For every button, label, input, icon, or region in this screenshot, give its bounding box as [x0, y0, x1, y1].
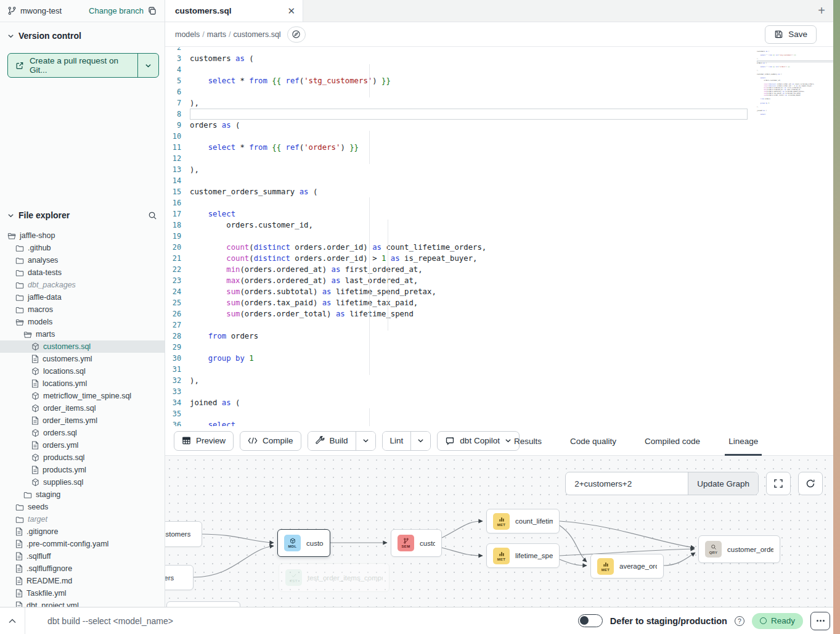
search-icon[interactable]	[148, 211, 157, 220]
lint-button[interactable]: Lint	[383, 432, 411, 450]
tree-item--github[interactable]: .github	[0, 242, 165, 254]
tree-item-metricflow-time-spine-sql[interactable]: metricflow_time_spine.sql	[0, 390, 165, 402]
build-button[interactable]: Build	[308, 432, 356, 450]
code-line-10[interactable]: 10	[165, 131, 833, 142]
tree-item--sqlfluffignore[interactable]: .sqlfluffignore	[0, 562, 165, 575]
save-button[interactable]: Save	[765, 25, 817, 44]
lint-dropdown[interactable]	[410, 432, 430, 450]
tree-item-jaffle-shop[interactable]: jaffle-shop	[0, 229, 165, 242]
lineage-node-customer_order_metrics[interactable]: QRYcustomer_order_metrics	[698, 535, 780, 563]
lineage-node-test-order-items[interactable]: TSTtest_order_items_compute_to_bools...	[279, 563, 389, 592]
tree-item--pre-commit-config-yaml[interactable]: .pre-commit-config.yaml	[0, 538, 165, 550]
tree-item-locations-yml[interactable]: locations.yml	[0, 377, 165, 390]
file-explorer-header[interactable]: File explorer	[0, 206, 165, 224]
tree-item-products-sql[interactable]: products.sql	[0, 451, 165, 464]
copy-branch-icon[interactable]	[147, 6, 157, 16]
tree-item-order-items-yml[interactable]: order_items.yml	[0, 414, 165, 427]
code-line-7[interactable]: 7),	[165, 97, 833, 109]
code-line-22[interactable]: 22 min(orders.ordered_at) as first_order…	[165, 264, 833, 275]
refresh-button[interactable]	[798, 472, 823, 495]
navigate-icon[interactable]	[287, 27, 306, 43]
close-icon[interactable]: ✕	[287, 6, 295, 15]
tree-item-customers-yml[interactable]: customers.yml	[0, 353, 165, 365]
code-line-34[interactable]: 34joined as (	[165, 397, 833, 408]
panel-tab-code-quality[interactable]: Code quality	[566, 426, 620, 456]
code-line-21[interactable]: 21 count(distinct orders.order_id) > 1 a…	[165, 253, 833, 264]
help-icon[interactable]: ?	[735, 616, 744, 626]
tree-item-locations-sql[interactable]: locations.sql	[0, 365, 165, 377]
code-line-14[interactable]: 14	[165, 175, 833, 186]
change-branch-link[interactable]: Change branch	[89, 6, 144, 15]
code-line-31[interactable]: 31	[165, 364, 833, 375]
code-line-5[interactable]: 5 select * from {{ ref('stg_customers') …	[165, 75, 833, 86]
tree-item-taskfile-yml[interactable]: Taskfile.yml	[0, 587, 165, 599]
code-editor[interactable]: 23customers as (45 select * from {{ ref(…	[165, 47, 833, 426]
tab-customers-sql[interactable]: customers.sql ✕	[165, 0, 303, 22]
code-line-33[interactable]: 33	[165, 386, 833, 397]
code-line-26[interactable]: 26 sum(orders.order_total) as lifetime_s…	[165, 308, 833, 319]
panel-tab-results[interactable]: Results	[510, 426, 545, 456]
tree-item-macros[interactable]: macros	[0, 303, 165, 316]
code-line-16[interactable]: 16	[165, 197, 833, 208]
tree-item-seeds[interactable]: seeds	[0, 501, 165, 513]
code-line-12[interactable]: 12	[165, 153, 833, 164]
tree-item-models[interactable]: models	[0, 316, 165, 328]
dbt-copilot-button[interactable]: dbt Copilot	[437, 431, 520, 451]
tree-item-jaffle-data[interactable]: jaffle-data	[0, 291, 165, 303]
create-pr-dropdown[interactable]	[137, 54, 158, 77]
code-line-11[interactable]: 11 select * from {{ ref('orders') }}	[165, 142, 833, 153]
code-line-17[interactable]: 17 select	[165, 208, 833, 220]
defer-toggle[interactable]	[578, 614, 603, 627]
panel-tab-lineage[interactable]: Lineage	[725, 426, 762, 456]
fullscreen-button[interactable]	[766, 472, 791, 495]
tree-item-dbt-packages[interactable]: dbt_packages	[0, 279, 165, 291]
tree-item--gitignore[interactable]: .gitignore	[0, 525, 165, 538]
tree-item-staging[interactable]: staging	[0, 488, 165, 501]
lineage-node-lifetime_spend_pretax[interactable]: METlifetime_spend_pretax	[486, 543, 560, 568]
tree-item-customers-sql[interactable]: customers.sql	[0, 340, 165, 353]
more-options-button[interactable]	[810, 612, 830, 630]
build-dropdown[interactable]	[356, 432, 375, 450]
compile-button[interactable]: Compile	[240, 431, 301, 451]
code-line-36[interactable]: 36 select	[165, 419, 833, 426]
tree-item-products-yml[interactable]: products.yml	[0, 464, 165, 476]
lineage-node-orders[interactable]: orders	[165, 565, 194, 590]
code-line-19[interactable]: 19	[165, 231, 833, 242]
code-line-6[interactable]: 6	[165, 86, 833, 97]
tree-item-orders-yml[interactable]: orders.yml	[0, 439, 165, 451]
lineage-selector-input[interactable]: 2+customers+2	[566, 472, 688, 495]
code-line-23[interactable]: 23 max(orders.ordered_at) as last_ordere…	[165, 275, 833, 286]
panel-tab-compiled-code[interactable]: Compiled code	[641, 426, 704, 456]
code-line-32[interactable]: 32),	[165, 375, 833, 386]
code-line-30[interactable]: 30 group by 1	[165, 353, 833, 364]
code-line-4[interactable]: 4	[165, 64, 833, 75]
tree-item-orders-sql[interactable]: orders.sql	[0, 427, 165, 439]
code-line-2[interactable]: 2	[165, 47, 833, 53]
tree-item--sqlfluff[interactable]: .sqlfluff	[0, 550, 165, 562]
code-line-8[interactable]: 8	[165, 109, 833, 120]
code-line-27[interactable]: 27	[165, 319, 833, 331]
lineage-node-stg_customers[interactable]: stg_customers	[165, 521, 202, 547]
tree-item-data-tests[interactable]: data-tests	[0, 266, 165, 279]
tree-item-marts[interactable]: marts	[0, 328, 165, 340]
tree-item-target[interactable]: target	[0, 513, 165, 525]
lineage-node-customers-semantic[interactable]: SEMcustomers	[391, 529, 442, 557]
code-line-13[interactable]: 13),	[165, 164, 833, 175]
lineage-canvas[interactable]: stg_customersordersMDLcustomersTSTtest_o…	[165, 456, 840, 607]
lineage-node-partial-node[interactable]	[166, 601, 240, 607]
code-line-3[interactable]: 3customers as (	[165, 53, 833, 64]
preview-button[interactable]: Preview	[174, 431, 234, 451]
code-line-15[interactable]: 15customer_orders_summary as (	[165, 186, 833, 197]
lineage-node-average_order_value[interactable]: METaverage_order_value	[590, 554, 664, 578]
lineage-node-customers-model[interactable]: MDLcustomers	[277, 529, 330, 557]
collapse-panel-button[interactable]	[0, 619, 25, 624]
tree-item-readme-md[interactable]: README.md	[0, 575, 165, 587]
code-line-18[interactable]: 18 orders.customer_id,	[165, 220, 833, 231]
code-line-35[interactable]: 35	[165, 408, 833, 419]
dbt-command-input[interactable]: dbt build --select <model_name>	[47, 616, 578, 626]
code-line-20[interactable]: 20 count(distinct orders.order_id) as co…	[165, 242, 833, 253]
tree-item-order-items-sql[interactable]: order_items.sql	[0, 402, 165, 414]
update-graph-button[interactable]: Update Graph	[688, 472, 758, 495]
create-pr-button[interactable]: Create a pull request on Git...	[7, 53, 159, 78]
code-line-29[interactable]: 29	[165, 342, 833, 353]
